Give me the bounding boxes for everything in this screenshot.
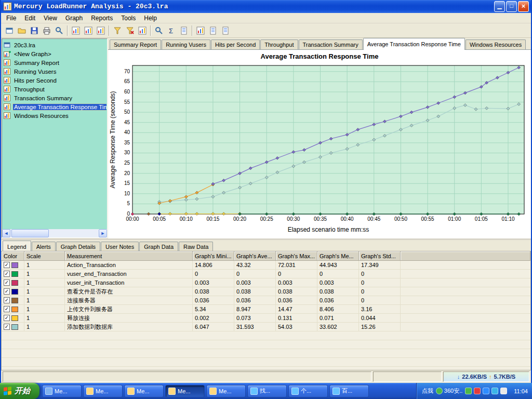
series-checkbox[interactable]: ✓ — [4, 324, 10, 330]
start-button[interactable]: 开始 — [0, 383, 39, 399]
im-icon[interactable] — [483, 388, 489, 394]
series-checkbox[interactable]: ✓ — [4, 297, 10, 303]
close-button[interactable]: × — [518, 1, 529, 12]
sidebar-item-running-vusers[interactable]: Running Vusers — [3, 67, 107, 76]
sidebar-item-transaction-summary[interactable]: Transaction Summary — [3, 94, 107, 102]
open-icon[interactable] — [16, 24, 28, 37]
table-row[interactable]: ✓1释放连接0.0020.0730.1310.0710.044 — [2, 314, 530, 323]
column-header-graph-s-mini[interactable]: Graph's Mini... — [193, 251, 234, 260]
scrollbar-thumb[interactable] — [11, 229, 49, 237]
menu-reports[interactable]: Reports — [87, 14, 117, 23]
tab-throughput[interactable]: Throughput — [260, 39, 298, 49]
report-icon[interactable] — [178, 24, 190, 37]
tray-text[interactable]: 点我 — [422, 387, 433, 395]
save-icon[interactable] — [28, 24, 41, 37]
sidebar-item-hits-per-second[interactable]: Hits per Second — [3, 76, 107, 85]
tab-average-transaction-response-time[interactable]: Average Transaction Response Time — [363, 38, 465, 50]
menu-file[interactable]: File — [2, 14, 20, 23]
series-checkbox[interactable]: ✓ — [4, 288, 10, 295]
merge-graphs-icon[interactable] — [95, 24, 107, 37]
table-row[interactable]: ✓1vuser_init_Transaction0.0030.0030.0030… — [2, 278, 530, 287]
word-report-icon[interactable] — [219, 24, 232, 37]
table-row[interactable]: ✓1添加数据到数据库6.04731.59354.0333.60215.26 — [2, 323, 530, 331]
column-header-graph-s-std[interactable]: Graph's Std... — [359, 251, 401, 260]
taskbar-button-7[interactable]: 百... — [329, 385, 369, 397]
legend-tab-alerts[interactable]: Alerts — [32, 242, 56, 251]
html-report-icon[interactable] — [207, 24, 219, 37]
title-bar[interactable]: Mercury LoadRunner Analysis - 20c3.lra ▁… — [1, 0, 531, 13]
legend-tab-graph-data[interactable]: Graph Data — [139, 242, 178, 251]
tab-transaction-summary[interactable]: Transaction Summary — [299, 39, 363, 49]
tab-summary-report[interactable]: Summary Report — [110, 39, 161, 49]
sidebar-item-windows-resources[interactable]: Windows Resources — [3, 111, 107, 120]
column-header-graph-s-me[interactable]: Graph's Me... — [317, 251, 359, 260]
clock[interactable]: 11:04 — [510, 388, 528, 394]
open-session-icon[interactable] — [3, 24, 16, 37]
set-filter-icon[interactable] — [111, 24, 124, 37]
maximize-button[interactable]: □ — [506, 1, 517, 12]
tab-windows-resources[interactable]: Windows Resources — [466, 39, 526, 49]
legend-tab-graph-details[interactable]: Graph Details — [56, 242, 100, 251]
tree-horizontal-scrollbar[interactable]: ◄ ► — [2, 229, 107, 237]
series-checkbox[interactable]: ✓ — [4, 262, 10, 268]
series-checkbox[interactable]: ✓ — [4, 306, 10, 312]
table-row[interactable]: ✓1Action_Transaction14.80643.3272.03144.… — [2, 261, 530, 270]
menu-help[interactable]: Help — [140, 14, 161, 23]
task-label: Me... — [219, 388, 231, 394]
sidebar-item-summary-report[interactable]: Summary Report — [3, 58, 107, 67]
legend-tab-legend[interactable]: Legend — [3, 241, 31, 251]
column-header-scale[interactable]: Scale — [24, 251, 65, 260]
series-checkbox[interactable]: ✓ — [4, 315, 10, 321]
menu-view[interactable]: View — [39, 14, 61, 23]
taskbar-button-3[interactable]: Me... — [165, 385, 205, 397]
scroll-right-icon[interactable]: ► — [99, 229, 107, 237]
series-checkbox[interactable]: ✓ — [4, 280, 10, 286]
series-checkbox[interactable]: ✓ — [4, 271, 10, 277]
column-header-graph-s-ave[interactable]: Graph's Ave... — [234, 251, 276, 260]
360-tray-icon[interactable] — [465, 388, 472, 394]
tab-running-vusers[interactable]: Running Vusers — [162, 39, 210, 49]
taskbar-button-6[interactable]: 个... — [288, 385, 328, 397]
network-status-icon[interactable] — [491, 388, 498, 394]
legend-color-cell: ✓ — [2, 278, 24, 287]
scroll-left-icon[interactable]: ◄ — [2, 229, 10, 237]
column-header-graph-s-max[interactable]: Graph's Max... — [276, 251, 317, 260]
taskbar-button-4[interactable]: Me... — [206, 385, 246, 397]
menu-tools[interactable]: Tools — [117, 14, 140, 23]
taskbar-button-1[interactable]: Me... — [83, 385, 123, 397]
volume-icon[interactable] — [500, 388, 507, 394]
table-row[interactable]: ✓1vuser_end_Transaction00000 — [2, 270, 530, 278]
tab-hits-per-second[interactable]: Hits per Second — [211, 39, 260, 49]
set-granularity-icon[interactable] — [136, 24, 149, 37]
overlay-graphs-icon[interactable] — [82, 24, 95, 37]
add-graph-icon[interactable] — [70, 24, 82, 37]
print-preview-icon[interactable] — [53, 24, 65, 37]
column-header-color[interactable]: Color — [2, 251, 24, 260]
minimize-button[interactable]: ▁ — [494, 1, 505, 12]
print-icon[interactable] — [41, 24, 53, 37]
taskbar-button-2[interactable]: Me... — [124, 385, 164, 397]
cross-with-result-icon[interactable] — [194, 24, 207, 37]
sidebar-item-average-transaction-response-time[interactable]: Average Transaction Response Time — [3, 102, 107, 111]
clear-filter-icon[interactable] — [124, 24, 136, 37]
legend-tab-user-notes[interactable]: User Notes — [101, 242, 139, 251]
menu-edit[interactable]: Edit — [20, 14, 39, 23]
auto-correlate-icon[interactable]: Σ — [165, 24, 178, 37]
sidebar-item-20c3-lra[interactable]: 20c3.lra — [3, 41, 107, 49]
drill-down-icon[interactable] — [153, 24, 165, 37]
sidebar-item-throughput[interactable]: Throughput — [3, 85, 107, 94]
360-safety-icon[interactable] — [436, 388, 443, 394]
task-label: 百... — [342, 387, 352, 395]
legend-tab-raw-data[interactable]: Raw Data — [179, 242, 213, 251]
menu-graph[interactable]: Graph — [61, 14, 87, 23]
table-row[interactable]: ✓1查看文件是否存在0.0380.0380.0380.0380 — [2, 287, 530, 296]
scrollbar-track[interactable] — [10, 229, 99, 237]
security-center-icon[interactable] — [474, 388, 481, 394]
taskbar-button-5[interactable]: 找... — [247, 385, 287, 397]
table-row[interactable]: ✓1上传文件到服务器5.348.94714.478.4063.16 — [2, 305, 530, 314]
tray-360-app[interactable]: 360安.. — [436, 387, 462, 395]
sidebar-item-new-graph[interactable]: <New Graph> — [3, 49, 107, 58]
table-row[interactable]: ✓1连接服务器0.0360.0360.0360.0360 — [2, 296, 530, 305]
taskbar-button-0[interactable]: Me... — [42, 385, 82, 397]
column-header-measurement[interactable]: Measurement — [65, 251, 193, 260]
